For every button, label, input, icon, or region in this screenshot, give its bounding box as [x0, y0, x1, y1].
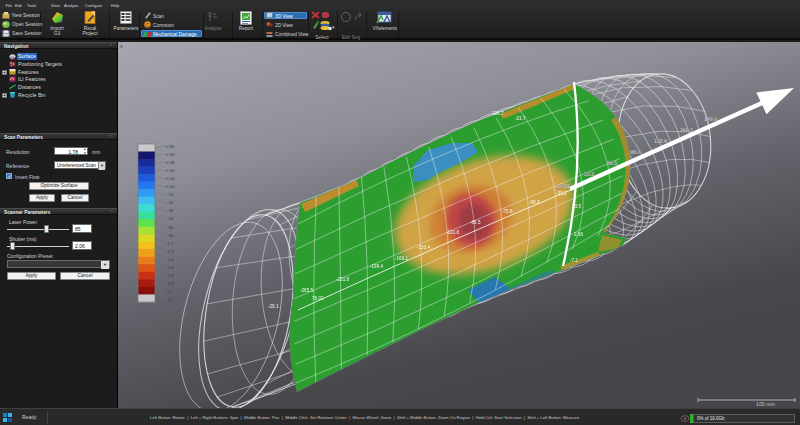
svg-text:-.32: -.32 [166, 200, 174, 205]
svg-text:-58.3: -58.3 [529, 200, 540, 205]
svg-text:-1.3: -1.3 [166, 249, 174, 254]
svg-text:-2.1: -2.1 [166, 289, 174, 294]
svg-text:132.9: 132.9 [654, 138, 667, 144]
svg-text:100 mm: 100 mm [756, 401, 775, 407]
svg-text:0.16: 0.16 [166, 176, 175, 181]
svg-text:99.7: 99.7 [630, 149, 640, 155]
svg-text:12:00: 12:00 [556, 183, 569, 189]
svg-text:-2.2: -2.2 [166, 297, 174, 302]
svg-text:0.32: 0.32 [166, 168, 175, 173]
svg-text:-1.4: -1.4 [166, 257, 174, 262]
svg-text:2:36: 2:36 [574, 232, 583, 237]
svg-text:C: C [146, 22, 150, 28]
svg-text:-133.4: -133.4 [417, 245, 430, 250]
svg-text:-231.8: -231.8 [336, 277, 349, 282]
svg-text:-1.8: -1.8 [166, 273, 174, 278]
svg-text:78.02: 78.02 [312, 296, 324, 301]
svg-text:66.5: 66.5 [607, 160, 617, 166]
svg-text:-101.8: -101.8 [446, 230, 459, 235]
svg-text:0.48: 0.48 [166, 160, 175, 165]
svg-text:-.48: -.48 [166, 208, 174, 213]
svg-text:-.96: -.96 [166, 233, 174, 238]
svg-text:0.80: 0.80 [166, 144, 175, 149]
svg-text:-265.5: -265.5 [300, 288, 313, 293]
svg-text:23.5: 23.5 [572, 204, 581, 209]
svg-text:-199.4: -199.4 [370, 264, 383, 269]
svg-text:33.2: 33.2 [584, 171, 594, 177]
svg-text:-21.7: -21.7 [515, 116, 526, 121]
svg-text:-29.1: -29.1 [268, 304, 279, 309]
svg-text:-7.1: -7.1 [570, 258, 578, 263]
svg-text:-.64: -.64 [166, 216, 174, 221]
svg-text:0.64: 0.64 [166, 152, 175, 157]
svg-text:128.7: 128.7 [492, 111, 504, 116]
svg-text:-.80: -.80 [166, 225, 174, 230]
svg-text:x: x [120, 43, 123, 49]
svg-text:-86.5: -86.5 [470, 220, 481, 225]
svg-text:0.00: 0.00 [166, 184, 175, 189]
svg-text:-166.1: -166.1 [395, 256, 408, 261]
svg-text:-70.8: -70.8 [502, 209, 513, 214]
svg-text:-.16: -.16 [166, 192, 174, 197]
svg-text:-1.1: -1.1 [166, 241, 174, 246]
svg-text:-1.6: -1.6 [166, 265, 174, 270]
svg-text:-33.2: -33.2 [556, 191, 567, 196]
svg-text:166.3: 166.3 [680, 127, 693, 133]
svg-text:199.4: 199.4 [704, 116, 717, 122]
svg-text:-1.9: -1.9 [166, 281, 174, 286]
